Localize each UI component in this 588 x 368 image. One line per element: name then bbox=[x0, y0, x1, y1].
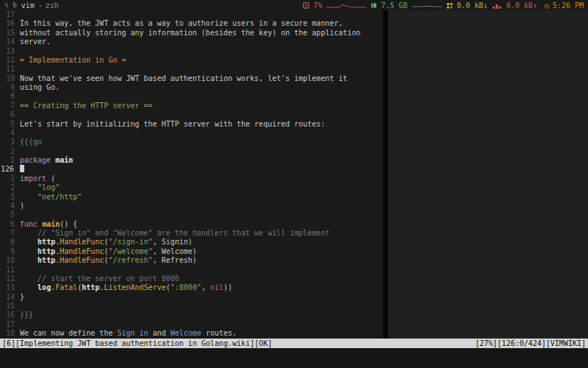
session-icon: ϟ bbox=[4, 1, 8, 9]
line-number: 17 bbox=[0, 10, 20, 19]
line-text: }}} bbox=[20, 311, 33, 319]
pane-divider[interactable] bbox=[383, 10, 388, 339]
memory-icon bbox=[370, 2, 377, 9]
line-number: 5 bbox=[0, 210, 20, 219]
line-text: log.Fatal(http.ListenAndServe(":8000", n… bbox=[20, 283, 232, 292]
line-text: // start the server on port 8000 bbox=[20, 275, 179, 283]
line-text: ) bbox=[20, 202, 24, 210]
line-number: 10 bbox=[0, 74, 20, 83]
line-number: 17 bbox=[0, 320, 20, 329]
cpu-graph-icon bbox=[326, 1, 367, 10]
line-text: func main() { bbox=[20, 220, 77, 229]
line-number: 13 bbox=[0, 47, 20, 56]
tmux-window-vim[interactable]: vim bbox=[21, 1, 35, 10]
clock-icon: ◷ bbox=[545, 1, 549, 10]
line-number: 15 bbox=[0, 302, 20, 311]
line-number: 6 bbox=[0, 110, 20, 119]
line-number: 16 bbox=[0, 311, 20, 319]
line-text: = Implementation in Go = bbox=[20, 56, 126, 65]
line-text: } bbox=[20, 293, 24, 302]
vim-cursor bbox=[20, 165, 24, 172]
window-icon: ƀ bbox=[12, 1, 16, 9]
statusline-file-info: [6][Implementing JWT based authenticatio… bbox=[2, 339, 272, 348]
line-number: 14 bbox=[0, 38, 20, 46]
network-up-rate: 0.0 kB↑ bbox=[506, 1, 537, 10]
line-number: 4 bbox=[0, 129, 20, 138]
line-number: 11 bbox=[0, 65, 20, 74]
line-text: == Creating the HTTP server == bbox=[20, 102, 153, 110]
line-number: 2 bbox=[0, 147, 20, 156]
line-text: // "Sign in" and "Welcome" are the handl… bbox=[20, 229, 329, 238]
line-text: http.HandleFunc("/sign-in", Signin) bbox=[20, 238, 193, 247]
line-number: 2 bbox=[0, 183, 20, 192]
terminal-screen: ϟ ƀ vim ◂ zsh 7% 7.5 GB bbox=[0, 0, 588, 368]
system-stats: 7% 7.5 GB 0.0 kB↓ bbox=[299, 1, 584, 10]
line-text: "net/http" bbox=[20, 193, 82, 202]
line-number: 18 bbox=[0, 329, 20, 338]
line-number: 8 bbox=[0, 238, 20, 247]
line-text: import ( bbox=[20, 174, 55, 183]
line-number: 6 bbox=[0, 220, 20, 229]
line-number: 11 bbox=[0, 266, 20, 275]
line-number: 12 bbox=[0, 275, 20, 283]
line-number: 8 bbox=[0, 92, 20, 101]
network-up-icon bbox=[492, 2, 503, 9]
line-number: 9 bbox=[0, 247, 20, 256]
cpu-usage: 7% bbox=[313, 1, 322, 10]
empty-right-pane[interactable] bbox=[388, 10, 588, 339]
line-number: 7 bbox=[0, 229, 20, 238]
line-number: 12 bbox=[0, 56, 20, 65]
line-text bbox=[20, 165, 24, 174]
line-number: 14 bbox=[0, 293, 20, 302]
line-number: 126 bbox=[0, 165, 20, 174]
line-text: http.HandleFunc("/welcome", Welcome) bbox=[20, 247, 197, 256]
line-number: 1 bbox=[0, 156, 20, 165]
vim-statusline: [6][Implementing JWT based authenticatio… bbox=[0, 339, 588, 348]
network-down-icon bbox=[446, 2, 453, 9]
tmux-window-zsh[interactable]: zsh bbox=[46, 1, 59, 10]
line-number: 15 bbox=[0, 29, 20, 38]
line-number: 10 bbox=[0, 256, 20, 265]
line-number: 16 bbox=[0, 19, 20, 28]
line-number: 13 bbox=[0, 283, 20, 292]
memory-graph-icon bbox=[412, 1, 442, 10]
line-number: 3 bbox=[0, 138, 20, 146]
statusline-position-info: [27%][126:0/424][VIMWIKI] bbox=[475, 339, 586, 348]
line-number: 3 bbox=[0, 193, 20, 202]
window-separator-icon: ◂ bbox=[38, 2, 42, 9]
time-label: 5:26 PM bbox=[553, 1, 584, 10]
line-number: 7 bbox=[0, 102, 20, 110]
network-down-rate: 0.0 kB↓ bbox=[457, 1, 488, 10]
vim-command-area[interactable] bbox=[0, 348, 588, 368]
line-text: server. bbox=[20, 38, 51, 46]
line-text: "log" bbox=[20, 183, 60, 192]
line-number: 4 bbox=[0, 202, 20, 210]
memory-usage: 7.5 GB bbox=[381, 1, 407, 10]
line-text: without actually storing any information… bbox=[20, 29, 361, 38]
cpu-icon bbox=[303, 2, 309, 9]
line-number: 9 bbox=[0, 83, 20, 92]
line-text: {{{go bbox=[20, 138, 42, 146]
tmux-status-bar: ϟ ƀ vim ◂ zsh 7% 7.5 GB bbox=[0, 0, 588, 10]
line-text: Now that we've seen how JWT based authen… bbox=[20, 74, 348, 83]
line-number: 1 bbox=[0, 174, 20, 183]
line-text: We can now define the Sign in and Welcom… bbox=[20, 329, 237, 338]
line-text: using Go. bbox=[20, 83, 60, 92]
line-text: In this way, the JWT acts as a way to au… bbox=[20, 19, 343, 28]
line-text: http.HandleFunc("/refresh", Refresh) bbox=[20, 256, 197, 265]
line-text: Let's start by initializing the HTTP ser… bbox=[20, 120, 325, 129]
line-text: package main bbox=[20, 156, 73, 165]
line-number: 5 bbox=[0, 120, 20, 129]
